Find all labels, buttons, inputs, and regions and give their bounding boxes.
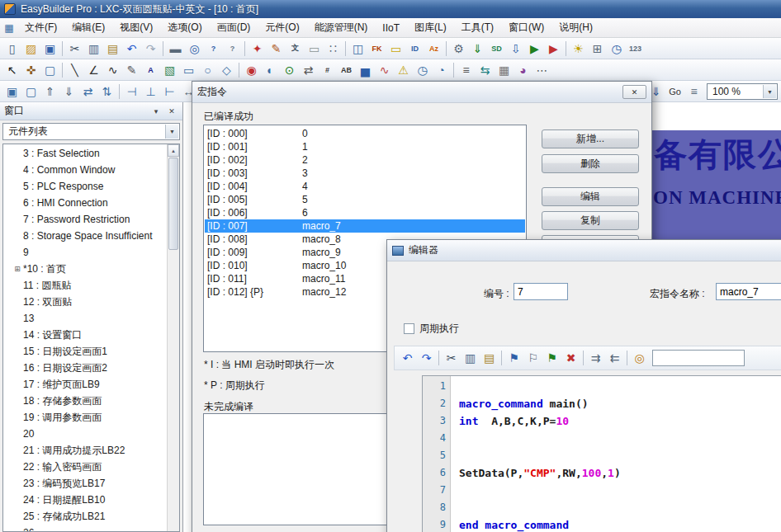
code-line[interactable] (459, 482, 781, 499)
find-icon[interactable]: ◎ (185, 40, 204, 58)
macro-name-input[interactable] (716, 283, 781, 300)
text-attribute-icon[interactable]: Az (424, 40, 443, 58)
menu-item-7[interactable]: 能源管理(N) (307, 17, 376, 38)
undo-icon[interactable]: ↶ (122, 40, 141, 58)
macro-list-row[interactable]: [ID : 001]1 (204, 140, 526, 153)
align-center-icon[interactable]: ⊥ (141, 82, 160, 101)
menu-item-5[interactable]: 画面(D) (210, 17, 258, 38)
polyline-tool-icon[interactable]: ∠ (84, 61, 103, 79)
macro-list-row[interactable]: [ID : 006]6 (204, 206, 526, 219)
set-bit-icon[interactable]: ⊙ (280, 61, 299, 79)
hmi-design-block[interactable]: 备有限公 ON MACHINERY (652, 130, 781, 247)
window-list-item[interactable]: 5 : PLC Response (3, 178, 167, 195)
periodic-execute-checkbox[interactable] (404, 323, 414, 334)
word-lamp-icon[interactable]: ◐ (261, 61, 280, 79)
function-key-icon[interactable]: FK (367, 40, 386, 58)
code-line[interactable]: int A,B,C,K,P=10 (459, 412, 781, 430)
macro-copy-button[interactable]: 复制 (542, 211, 639, 230)
window-copy-icon[interactable]: ◫ (348, 40, 367, 58)
pan-hand-icon[interactable]: ✜ (21, 61, 40, 79)
macro-new-button[interactable]: 新增... (542, 129, 639, 148)
chevron-down-icon[interactable]: ▼ (165, 125, 178, 139)
panel-collapse-icon[interactable]: ▾ (149, 105, 163, 117)
macro-dialog-titlebar[interactable]: 宏指令 ✕ (192, 82, 651, 103)
alarm-display-icon[interactable]: ⚠ (394, 61, 413, 79)
grid-icon[interactable]: ∷ (324, 40, 343, 58)
address-grid-icon[interactable]: ⊞ (588, 40, 607, 58)
child-window-menu-icon[interactable]: ▦ (2, 21, 16, 35)
window-list-item[interactable]: 22 : 输入密码画面 (3, 459, 167, 475)
language-icon[interactable]: 文 (286, 40, 305, 58)
code-line[interactable]: end macro_command (459, 516, 781, 532)
window-list-item[interactable]: 21 : 调用成功提示LB22 (3, 442, 167, 459)
macro-edit-button[interactable]: 编辑 (542, 187, 639, 206)
window-list-item[interactable]: 20 (3, 426, 167, 442)
clock-icon[interactable]: ◷ (413, 61, 432, 79)
usb-download-icon[interactable]: ⇩ (506, 40, 525, 58)
object-list-select[interactable]: 元件列表 ▼ (2, 123, 180, 140)
paste-icon[interactable]: ▤ (103, 40, 122, 58)
open-folder-icon[interactable]: ▨ (21, 40, 40, 58)
code-line[interactable] (459, 378, 781, 395)
copy-icon[interactable]: ▥ (84, 40, 103, 58)
window-list-item[interactable]: 18 : 存储参数画面 (3, 393, 167, 409)
window-list-item[interactable]: 23 : 编码预览LB17 (3, 475, 167, 492)
macro-list-row[interactable]: [ID : 000]0 (204, 127, 526, 140)
bring-front-icon[interactable]: ⇑ (40, 82, 59, 101)
flip-vertical-icon[interactable]: ⇅ (97, 82, 116, 101)
ungroup-icon[interactable]: ▢ (21, 82, 40, 101)
recipe-icon[interactable]: ≡ (457, 61, 476, 79)
menu-item-11[interactable]: 窗口(W) (501, 17, 551, 38)
bar-graph-icon[interactable]: ▅ (356, 61, 375, 79)
trend-display-icon[interactable]: ∿ (375, 61, 394, 79)
editor-dialog-titlebar[interactable]: 编辑器 (387, 240, 781, 261)
macro-list-row[interactable]: [ID : 007]macro_7 (205, 219, 525, 233)
menu-item-2[interactable]: 编辑(E) (64, 17, 112, 38)
menu-item-10[interactable]: 工具(T) (454, 17, 501, 38)
window-list-item[interactable]: 19 : 调用参数画面 (3, 409, 167, 426)
window-list-item[interactable]: 11 : 圆瓶贴 (3, 277, 167, 294)
macro-list-row[interactable]: [ID : 002]2 (204, 153, 526, 167)
window-list-item[interactable]: 17 : 维护页面LB9 (3, 376, 167, 393)
macro-delete-button[interactable]: 删除 (542, 154, 639, 173)
window-list-item[interactable]: 6 : HMI Connection (3, 195, 167, 211)
window-list-item[interactable]: 3 : Fast Selection (3, 145, 167, 162)
menu-item-9[interactable]: 图库(L) (407, 17, 454, 38)
code-line[interactable]: macro_command main() (459, 395, 781, 412)
online-simulate-icon[interactable]: ▶ (544, 40, 563, 58)
line-tool-icon[interactable]: ╲ (65, 61, 84, 79)
clear-bookmarks-icon[interactable]: ✖ (561, 349, 580, 367)
image-tool-icon[interactable]: ▧ (160, 61, 179, 79)
titlebar[interactable]: EasyBuilder Pro : LXC-双面圆瓶贴-中英文 - [10 : … (0, 0, 781, 18)
window-list-item[interactable]: 24 : 日期提醒LB10 (3, 492, 167, 508)
macro-id-input[interactable] (514, 283, 568, 300)
sd-download-icon[interactable]: SD (487, 40, 506, 58)
group-icon[interactable]: ▣ (2, 82, 21, 101)
compile-icon[interactable]: ⇓ (468, 40, 487, 58)
rect-tool-icon[interactable]: ▭ (179, 61, 198, 79)
ellipse-tool-icon[interactable]: ○ (198, 61, 217, 79)
macro-list-row[interactable]: [ID : 005]5 (204, 193, 526, 206)
pie-display-icon[interactable]: ◕ (514, 61, 532, 79)
scrollbar-thumb[interactable] (168, 158, 178, 250)
window-list-item[interactable]: 26 (3, 525, 167, 531)
menu-item-8[interactable]: IIoT (375, 19, 407, 37)
send-back-icon[interactable]: ⇓ (59, 82, 78, 101)
window-list-item[interactable]: 7 : Password Restriction (3, 211, 167, 228)
new-file-icon[interactable]: ▯ (2, 40, 21, 58)
window-list-item[interactable]: 16 : 日期设定画面2 (3, 360, 167, 376)
next-bookmark-icon[interactable]: ⚑ (542, 349, 561, 367)
ascii-display-icon[interactable]: AB (337, 61, 356, 79)
copy-icon[interactable]: ▥ (461, 349, 480, 367)
toggle-bookmark-icon[interactable]: ⚑ (504, 349, 523, 367)
redraw-icon[interactable]: ✦ (248, 40, 267, 58)
numeric-format-icon[interactable]: 123 (626, 40, 645, 58)
cut-icon[interactable]: ✂ (65, 40, 84, 58)
close-icon[interactable]: ✕ (622, 85, 646, 99)
menu-item-12[interactable]: 说明(H) (551, 17, 600, 38)
window-list-scrollbar[interactable]: ▲ (167, 144, 179, 531)
window-list-item[interactable]: 13 (3, 310, 167, 327)
prev-bookmark-icon[interactable]: ⚐ (523, 349, 542, 367)
time-icon[interactable]: ◷ (607, 40, 626, 58)
polygon-tool-icon[interactable]: ◇ (217, 61, 236, 79)
